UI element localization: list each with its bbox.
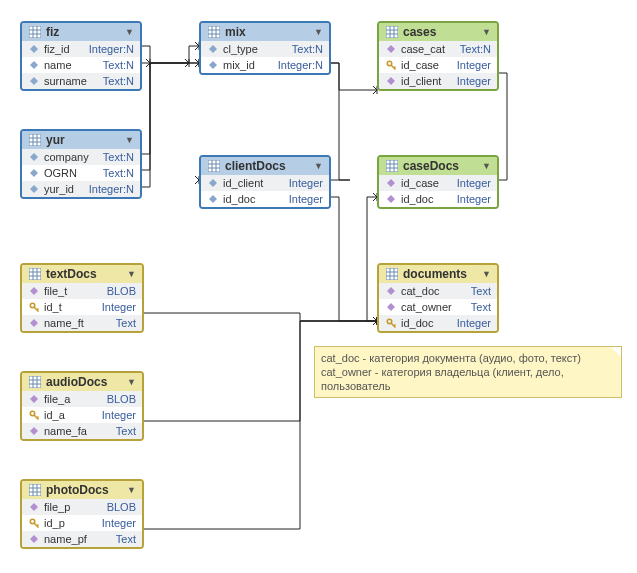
- grid-icon: [28, 133, 42, 147]
- table-caseDocs[interactable]: caseDocs▼id_caseIntegerid_docInteger: [377, 155, 499, 209]
- column-row[interactable]: name_faText: [22, 423, 142, 439]
- column-name: id_doc: [401, 317, 453, 329]
- caret-down-icon[interactable]: ▼: [482, 27, 491, 37]
- svg-marker-102: [387, 77, 395, 85]
- column-row[interactable]: name_pfText: [22, 531, 142, 547]
- column-name: company: [44, 151, 99, 163]
- table-title: cases: [399, 25, 482, 39]
- column-row[interactable]: id_docInteger: [379, 191, 497, 207]
- table-mix[interactable]: mix▼cl_typeText:Nmix_idInteger:N: [199, 21, 331, 75]
- column-row[interactable]: file_pBLOB: [22, 499, 142, 515]
- table-textDocs[interactable]: textDocs▼file_tBLOBid_tIntegername_ftTex…: [20, 263, 144, 333]
- table-header[interactable]: fiz▼: [22, 23, 140, 41]
- caret-down-icon[interactable]: ▼: [314, 161, 323, 171]
- column-type: Text:N: [103, 59, 134, 71]
- diamond-icon: [385, 43, 397, 55]
- caret-down-icon[interactable]: ▼: [127, 485, 136, 495]
- table-header[interactable]: audioDocs▼: [22, 373, 142, 391]
- diamond-icon: [28, 285, 40, 297]
- column-row[interactable]: file_aBLOB: [22, 391, 142, 407]
- column-type: Integer: [289, 177, 323, 189]
- svg-rect-118: [386, 160, 398, 172]
- diamond-icon: [28, 167, 40, 179]
- column-type: Integer: [457, 317, 491, 329]
- column-type: Text: [471, 285, 491, 297]
- diamond-icon: [385, 193, 397, 205]
- column-type: Integer: [457, 59, 491, 71]
- diamond-icon: [28, 59, 40, 71]
- column-row[interactable]: id_tInteger: [22, 299, 142, 315]
- caret-down-icon[interactable]: ▼: [314, 27, 323, 37]
- column-row[interactable]: OGRNText:N: [22, 165, 140, 181]
- table-header[interactable]: textDocs▼: [22, 265, 142, 283]
- column-row[interactable]: fiz_idInteger:N: [22, 41, 140, 57]
- table-title: yur: [42, 133, 125, 147]
- svg-rect-111: [208, 160, 220, 172]
- table-documents[interactable]: documents▼cat_docTextcat_ownerTextid_doc…: [377, 263, 499, 333]
- caret-down-icon[interactable]: ▼: [125, 135, 134, 145]
- column-row[interactable]: case_catText:N: [379, 41, 497, 57]
- column-row[interactable]: companyText:N: [22, 149, 140, 165]
- table-header[interactable]: photoDocs▼: [22, 481, 142, 499]
- column-name: id_p: [44, 517, 98, 529]
- column-row[interactable]: name_ftText: [22, 315, 142, 331]
- grid-icon: [385, 25, 399, 39]
- column-row[interactable]: id_docInteger: [201, 191, 329, 207]
- column-row[interactable]: id_clientInteger: [201, 175, 329, 191]
- caret-down-icon[interactable]: ▼: [127, 269, 136, 279]
- column-type: Integer: [102, 409, 136, 421]
- svg-rect-103: [29, 134, 41, 146]
- table-header[interactable]: mix▼: [201, 23, 329, 41]
- svg-marker-84: [30, 61, 38, 69]
- svg-line-29: [146, 63, 150, 67]
- column-row[interactable]: cat_ownerText: [379, 299, 497, 315]
- diamond-icon: [28, 151, 40, 163]
- svg-marker-141: [387, 303, 395, 311]
- caret-down-icon[interactable]: ▼: [127, 377, 136, 387]
- table-header[interactable]: cases▼: [379, 23, 497, 41]
- column-row[interactable]: nameText:N: [22, 57, 140, 73]
- table-cases[interactable]: cases▼case_catText:Nid_caseIntegerid_cli…: [377, 21, 499, 91]
- svg-marker-110: [30, 185, 38, 193]
- column-row[interactable]: id_caseInteger: [379, 57, 497, 73]
- column-name: id_client: [223, 177, 285, 189]
- table-fiz[interactable]: fiz▼fiz_idInteger:NnameText:NsurnameText…: [20, 21, 142, 91]
- note-line: cat_doc - категория документа (аудио, фо…: [321, 351, 615, 365]
- caret-down-icon[interactable]: ▼: [125, 27, 134, 37]
- column-row[interactable]: file_tBLOB: [22, 283, 142, 299]
- table-header[interactable]: clientDocs▼: [201, 157, 329, 175]
- column-row[interactable]: id_clientInteger: [379, 73, 497, 89]
- table-header[interactable]: yur▼: [22, 131, 140, 149]
- svg-line-133: [37, 308, 39, 310]
- table-title: mix: [221, 25, 314, 39]
- table-title: audioDocs: [42, 375, 127, 389]
- column-row[interactable]: id_docInteger: [379, 315, 497, 331]
- column-type: Text:N: [292, 43, 323, 55]
- caret-down-icon[interactable]: ▼: [482, 269, 491, 279]
- column-type: Text:N: [460, 43, 491, 55]
- column-name: id_doc: [401, 193, 453, 205]
- table-header[interactable]: caseDocs▼: [379, 157, 497, 175]
- table-clientDocs[interactable]: clientDocs▼id_clientIntegerid_docInteger: [199, 155, 331, 209]
- column-row[interactable]: id_caseInteger: [379, 175, 497, 191]
- table-title: documents: [399, 267, 482, 281]
- table-header[interactable]: documents▼: [379, 265, 497, 283]
- diamond-icon: [28, 183, 40, 195]
- column-name: id_case: [401, 177, 453, 189]
- column-name: surname: [44, 75, 99, 87]
- column-row[interactable]: cl_typeText:N: [201, 41, 329, 57]
- svg-marker-92: [209, 61, 217, 69]
- table-audioDocs[interactable]: audioDocs▼file_aBLOBid_aIntegername_faTe…: [20, 371, 144, 441]
- column-row[interactable]: mix_idInteger:N: [201, 57, 329, 73]
- caret-down-icon[interactable]: ▼: [482, 161, 491, 171]
- column-row[interactable]: yur_idInteger:N: [22, 181, 140, 197]
- table-photoDocs[interactable]: photoDocs▼file_pBLOBid_pIntegername_pfTe…: [20, 479, 144, 549]
- diamond-icon: [28, 425, 40, 437]
- table-yur[interactable]: yur▼companyText:NOGRNText:Nyur_idInteger…: [20, 129, 142, 199]
- svg-line-22: [185, 59, 189, 63]
- column-row[interactable]: cat_docText: [379, 283, 497, 299]
- column-row[interactable]: surnameText:N: [22, 73, 140, 89]
- column-type: Integer:N: [89, 183, 134, 195]
- column-row[interactable]: id_pInteger: [22, 515, 142, 531]
- column-row[interactable]: id_aInteger: [22, 407, 142, 423]
